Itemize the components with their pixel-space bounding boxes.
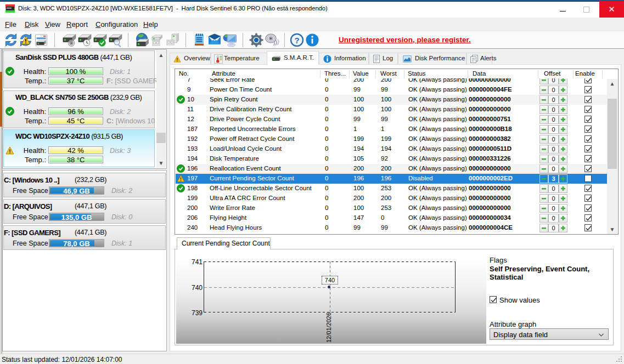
svg-text:?: ?	[294, 36, 299, 45]
